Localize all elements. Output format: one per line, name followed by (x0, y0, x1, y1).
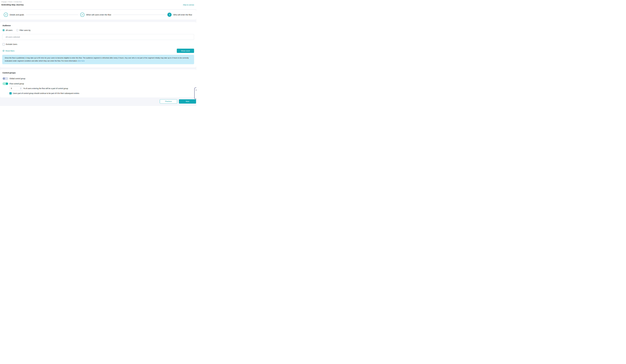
reset-showcount-row: Reset filters Show count (2, 49, 194, 53)
show-count-button[interactable]: Show count (177, 49, 194, 53)
breadcrumb-create-flow[interactable]: Create flow (14, 1, 22, 2)
audience-segment-input[interactable] (2, 34, 194, 40)
reset-filters-link[interactable]: Reset filters (2, 50, 14, 52)
check-icon (81, 14, 83, 16)
toggle-label: Flow control group (9, 83, 24, 85)
percent-input-wrap (9, 86, 22, 91)
subsequent-entries-checkbox[interactable] (9, 92, 12, 95)
info-text: Once the flow is published, it may take … (5, 57, 189, 62)
toggle-label: Global control group (9, 78, 25, 80)
radio-label: All users (6, 29, 12, 31)
create-flow-page: Engage>Flows>Create flow Extending Stay … (0, 0, 196, 106)
breadcrumb-separator: > (13, 1, 14, 2)
step-when-users-enter[interactable]: When will users enter the flow (80, 13, 111, 17)
step-complete-icon (80, 13, 84, 17)
radio-label: Filter users by (20, 29, 31, 31)
percent-suffix-text: % of users entering the flow will be a p… (23, 87, 68, 89)
step-label: Who will enter the flow (173, 14, 192, 16)
subsequent-entries-row[interactable]: Users part of control group should conti… (9, 92, 194, 95)
stepper-connector (113, 15, 165, 15)
toggle-knob (3, 77, 5, 80)
global-control-group-toggle[interactable] (2, 77, 8, 80)
help-widget[interactable]: Help (194, 88, 196, 99)
radio-filter-users-by[interactable]: Filter users by (16, 29, 31, 31)
wizard-footer: Previous Next (0, 98, 196, 105)
wizard-stepper: Details and goals When will users enter … (0, 10, 196, 20)
stepper-connector (26, 15, 78, 15)
control-groups-heading: Control groups (2, 72, 194, 74)
reset-filters-label: Reset filters (5, 50, 14, 52)
number-spinner (20, 88, 21, 89)
radio-selected-icon[interactable] (2, 29, 5, 31)
step-complete-icon (4, 13, 8, 17)
spinner-up-icon[interactable] (20, 88, 21, 88)
audience-radio-group: All users Filter users by (2, 29, 194, 31)
page-header: Engage>Flows>Create flow Extending Stay … (0, 0, 196, 9)
control-groups-section: Control groups Global control group Flow… (0, 69, 196, 98)
exclude-users-checkbox[interactable] (2, 43, 5, 45)
step-number-badge: 3 (167, 13, 171, 17)
step-details-and-goals[interactable]: Details and goals (4, 13, 24, 17)
radio-all-users[interactable]: All users (2, 29, 12, 31)
click-here-link[interactable]: click here (78, 60, 85, 62)
exclude-users-label: Exclude Users (6, 43, 17, 45)
flow-control-group-toggle[interactable] (2, 82, 8, 85)
radio-unselected-icon[interactable] (16, 29, 18, 31)
support-icon (196, 89, 196, 92)
step-who-will-enter[interactable]: 3 Who will enter the flow (167, 13, 192, 17)
breadcrumb-separator: > (7, 1, 8, 2)
step-label: When will users enter the flow (86, 14, 111, 16)
spinner-down-icon[interactable] (20, 89, 21, 89)
page-title: Extending Stay Journey (1, 4, 24, 6)
exclude-users-row[interactable]: Exclude Users (2, 43, 194, 45)
global-control-group-row: Global control group (2, 77, 194, 80)
breadcrumb-engage[interactable]: Engage (1, 1, 7, 2)
audience-section: Audience All users Filter users by Exclu… (0, 22, 196, 67)
breadcrumb: Engage>Flows>Create flow (1, 1, 194, 2)
step-label: Details and goals (10, 14, 24, 16)
help-label: Help (196, 92, 196, 96)
audience-info-banner: Once the flow is published, it may take … (2, 55, 194, 64)
refresh-icon (2, 50, 4, 52)
skip-to-canvas-link[interactable]: Skip to canvas (183, 4, 194, 6)
check-icon (5, 14, 7, 16)
title-row: Extending Stay Journey Skip to canvas (1, 4, 194, 6)
subsequent-entries-label: Users part of control group should conti… (13, 92, 79, 94)
toggle-knob (6, 83, 8, 85)
control-group-percent-row: % of users entering the flow will be a p… (9, 86, 194, 91)
next-button[interactable]: Next (179, 99, 196, 103)
previous-button[interactable]: Previous (160, 99, 177, 103)
audience-heading: Audience (2, 25, 194, 27)
flow-control-group-row: Flow control group (2, 82, 194, 85)
breadcrumb-flows[interactable]: Flows (8, 1, 12, 2)
